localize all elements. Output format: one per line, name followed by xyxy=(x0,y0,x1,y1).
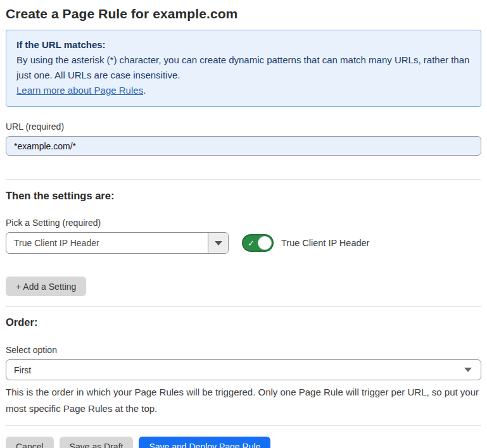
info-box-body: By using the asterisk (*) character, you… xyxy=(16,53,471,83)
url-field-label: URL (required) xyxy=(6,121,481,132)
url-input[interactable] xyxy=(6,136,481,156)
link-period: . xyxy=(143,85,146,96)
pick-setting-label: Pick a Setting (required) xyxy=(6,218,481,228)
toggle-label: True Client IP Header xyxy=(281,238,369,248)
cancel-button[interactable]: Cancel xyxy=(6,437,54,448)
footer-divider xyxy=(6,425,481,426)
url-match-info-box: If the URL matches: By using the asteris… xyxy=(6,30,481,107)
learn-more-link[interactable]: Learn more about Page Rules xyxy=(16,85,143,96)
save-as-draft-button[interactable]: Save as Draft xyxy=(60,437,134,448)
add-setting-button[interactable]: + Add a Setting xyxy=(6,277,86,296)
section-divider xyxy=(6,306,481,307)
setting-select-value: True Client IP Header xyxy=(6,233,208,253)
chevron-down-icon xyxy=(464,368,472,372)
save-and-deploy-button[interactable]: Save and Deploy Page Rule xyxy=(139,437,270,448)
setting-select[interactable]: True Client IP Header xyxy=(6,232,229,254)
order-select-label: Select option xyxy=(6,345,481,355)
checkmark-icon: ✓ xyxy=(248,239,255,247)
info-box-heading: If the URL matches: xyxy=(16,37,471,53)
page-rule-form: Create a Page Rule for example.com If th… xyxy=(0,0,487,448)
order-section-heading: Order: xyxy=(6,316,481,328)
section-divider xyxy=(6,179,481,180)
order-select-value: First xyxy=(14,365,31,375)
order-select[interactable]: First xyxy=(6,359,481,380)
chevron-down-icon xyxy=(215,241,222,246)
setting-select-arrow-button[interactable] xyxy=(208,233,228,253)
info-box-link-line: Learn more about Page Rules. xyxy=(16,83,471,98)
order-help-text: This is the order in which your Page Rul… xyxy=(6,384,481,417)
page-title: Create a Page Rule for example.com xyxy=(6,6,481,22)
true-client-ip-toggle[interactable]: ✓ xyxy=(242,234,274,252)
form-actions: Cancel Save as Draft Save and Deploy Pag… xyxy=(6,437,481,448)
setting-row: True Client IP Header ✓ True Client IP H… xyxy=(6,232,481,254)
toggle-knob xyxy=(258,236,272,250)
settings-section-heading: Then the settings are: xyxy=(6,190,481,202)
